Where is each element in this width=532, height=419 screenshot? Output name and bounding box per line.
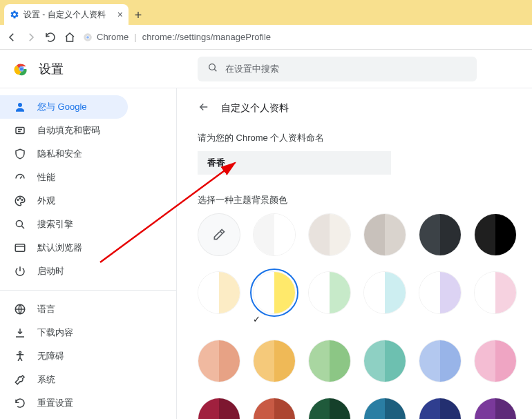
color-swatch-grid: ✓ — [198, 213, 511, 419]
search-placeholder: 在设置中搜索 — [225, 63, 279, 75]
sidebar-item-label: 自动填充和密码 — [37, 124, 100, 137]
sidebar-item[interactable]: 性能 — [0, 166, 128, 189]
svg-point-10 — [19, 198, 21, 199]
sidebar-item-label: 重置设置 — [37, 397, 73, 409]
svg-point-15 — [19, 351, 21, 353]
chrome-logo-icon — [14, 61, 29, 77]
color-picker-swatch[interactable] — [198, 213, 240, 256]
page-title: 设置 — [39, 61, 64, 77]
sidebar-item-label: 启动时 — [37, 265, 64, 277]
back-icon[interactable] — [6, 31, 18, 43]
svg-rect-13 — [15, 244, 25, 252]
shield-icon — [14, 148, 26, 160]
reload-icon[interactable] — [44, 31, 57, 43]
sidebar-item-label: 外观 — [37, 195, 55, 207]
color-swatch[interactable] — [308, 271, 351, 314]
color-swatch[interactable] — [363, 398, 406, 419]
app-bar: 设置 在设置中搜索 — [0, 50, 532, 88]
address-bar[interactable]: Chrome | chrome://settings/manageProfile — [83, 28, 526, 47]
color-swatch[interactable] — [419, 271, 462, 314]
color-swatch[interactable] — [308, 213, 351, 256]
sidebar-item[interactable]: 搜索引擎 — [0, 213, 128, 236]
color-swatch[interactable] — [253, 213, 296, 256]
close-icon[interactable]: × — [117, 9, 123, 20]
back-arrow-icon[interactable] — [198, 101, 210, 115]
tab-strip: 设置 - 自定义个人资料 × + — [0, 0, 532, 25]
color-swatch[interactable] — [363, 340, 406, 382]
color-swatch[interactable] — [253, 340, 296, 382]
theme-label: 选择一种主题背景颜色 — [198, 194, 511, 206]
gear-icon — [10, 10, 19, 19]
sidebar-item-label: 语言 — [37, 303, 55, 315]
autofill-icon — [14, 124, 26, 137]
color-swatch[interactable] — [198, 271, 240, 314]
color-swatch[interactable] — [308, 398, 351, 419]
browser-tab[interactable]: 设置 - 自定义个人资料 × — [4, 4, 129, 25]
color-swatch[interactable] — [363, 213, 406, 256]
search-icon — [14, 218, 26, 231]
content-area: 自定义个人资料 请为您的 Chrome 个人资料命名 选择一种主题背景颜色 ✓ — [176, 88, 532, 419]
home-icon[interactable] — [64, 31, 76, 43]
sidebar-item[interactable]: 自动填充和密码 — [0, 119, 128, 142]
color-swatch[interactable] — [419, 213, 462, 256]
color-swatch[interactable] — [363, 271, 406, 314]
sidebar-item-label: 系统 — [37, 373, 55, 386]
tab-title: 设置 - 自定义个人资料 — [23, 9, 113, 21]
palette-icon — [14, 195, 26, 207]
sidebar-item-label: 下载内容 — [37, 327, 73, 339]
svg-point-11 — [21, 199, 23, 201]
settings-sidebar: 您与 Google自动填充和密码隐私和安全性能外观搜索引擎默认浏览器启动时语言下… — [0, 88, 176, 419]
color-swatch[interactable] — [419, 398, 462, 419]
color-swatch[interactable] — [198, 398, 240, 419]
wrench-icon — [14, 373, 26, 386]
url-text: chrome://settings/manageProfile — [142, 32, 271, 42]
sidebar-item-label: 搜索引擎 — [37, 218, 73, 231]
sidebar-item-label: 性能 — [37, 171, 55, 184]
profile-name-input[interactable] — [198, 151, 391, 175]
download-icon — [14, 327, 26, 339]
sidebar-item[interactable]: 语言 — [0, 298, 128, 321]
color-swatch[interactable] — [474, 213, 517, 256]
svg-point-2 — [86, 36, 89, 39]
color-swatch[interactable] — [474, 340, 517, 382]
svg-point-9 — [17, 199, 19, 201]
check-icon: ✓ — [253, 314, 296, 324]
sidebar-item[interactable]: 您与 Google — [0, 95, 128, 119]
browser-toolbar: Chrome | chrome://settings/manageProfile — [0, 25, 532, 50]
accessibility-icon — [14, 350, 26, 362]
new-tab-button[interactable]: + — [129, 6, 148, 25]
browser-icon — [14, 242, 26, 254]
forward-icon[interactable] — [25, 31, 37, 43]
sidebar-item[interactable]: 默认浏览器 — [0, 236, 128, 260]
sidebar-item[interactable]: 启动时 — [0, 260, 128, 283]
speed-icon — [14, 171, 26, 184]
color-swatch[interactable] — [474, 398, 517, 419]
color-swatch[interactable] — [308, 340, 351, 382]
sidebar-item[interactable]: 无障碍 — [0, 344, 128, 368]
sidebar-item[interactable]: 下载内容 — [0, 321, 128, 344]
sidebar-item-label: 无障碍 — [37, 350, 64, 362]
content-title: 自定义个人资料 — [221, 102, 289, 115]
reset-icon — [14, 397, 26, 409]
globe-icon — [14, 303, 26, 315]
svg-point-7 — [18, 103, 22, 107]
sidebar-item-label: 默认浏览器 — [37, 242, 82, 254]
color-swatch[interactable] — [253, 271, 296, 314]
power-icon — [14, 265, 26, 277]
person-icon — [14, 101, 26, 113]
search-icon — [207, 62, 218, 75]
color-swatch[interactable] — [419, 340, 462, 382]
svg-point-12 — [16, 220, 22, 226]
svg-rect-8 — [16, 128, 24, 134]
color-swatch[interactable] — [474, 271, 517, 314]
sidebar-item-label: 隐私和安全 — [37, 148, 82, 160]
sidebar-item[interactable]: 隐私和安全 — [0, 142, 128, 166]
sidebar-item[interactable]: 重置设置 — [0, 391, 128, 415]
sidebar-item[interactable]: 外观 — [0, 189, 128, 213]
sidebar-item[interactable]: 系统 — [0, 368, 128, 391]
sidebar-item-label: 您与 Google — [37, 101, 87, 113]
color-swatch[interactable] — [253, 398, 296, 419]
chrome-badge: Chrome — [83, 32, 129, 42]
settings-search[interactable]: 在设置中搜索 — [198, 57, 477, 81]
color-swatch[interactable] — [198, 340, 240, 382]
